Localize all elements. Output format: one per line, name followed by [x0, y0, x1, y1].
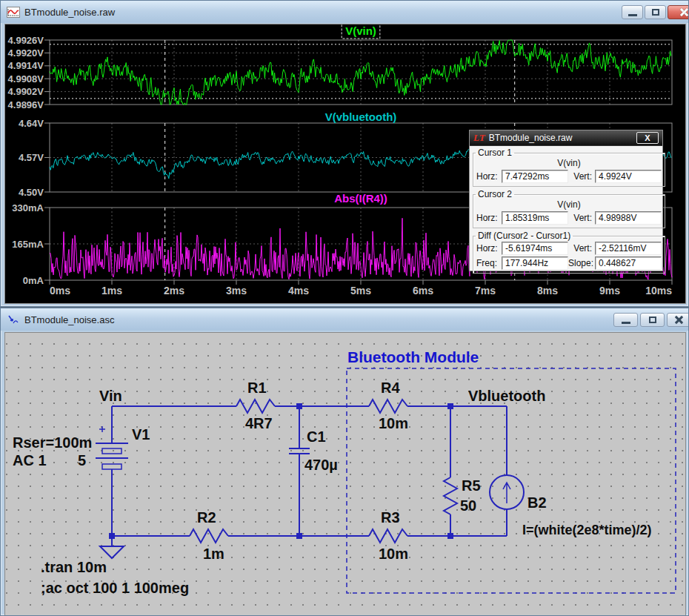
- r3-value-label[interactable]: 10m: [379, 546, 408, 562]
- diff-horz-label: Horz:: [476, 243, 502, 254]
- ground-symbol[interactable]: [100, 546, 124, 558]
- component-r3[interactable]: [369, 529, 407, 543]
- restore-button[interactable]: [640, 313, 665, 327]
- y-axis-tick-label: 4.9926V: [8, 35, 44, 46]
- cursor1-legend: Cursor 1: [476, 148, 514, 158]
- v1-ac-label[interactable]: AC 1: [13, 452, 47, 468]
- close-button[interactable]: [668, 5, 689, 19]
- r1-value-label[interactable]: 4R7: [245, 415, 273, 431]
- waveform-titlebar[interactable]: BTmodule_noise.raw: [1, 1, 688, 23]
- trace-V(vin)[interactable]: [50, 40, 671, 105]
- x-axis-tick-label: 2ms: [164, 285, 184, 297]
- circuit-wires: [112, 406, 507, 546]
- cursor1-vert-label: Vert:: [568, 171, 595, 182]
- cursor2-legend: Cursor 2: [476, 189, 514, 199]
- schematic-window-title: BTmodule_noise.asc: [24, 314, 114, 325]
- y-axis-tick-label: 4.9920V: [8, 47, 44, 59]
- r2-value-label[interactable]: 1m: [203, 546, 224, 562]
- b2-name-label[interactable]: B2: [527, 494, 547, 511]
- cursor1-trace: V(vin): [476, 158, 662, 169]
- cursor2-vert-field[interactable]: 4.98988V: [595, 211, 662, 225]
- c1-value-label[interactable]: 470µ: [304, 457, 338, 473]
- schematic-window: BTmodule_noise.asc: [0, 308, 689, 616]
- r4-value-label[interactable]: 10m: [379, 415, 408, 431]
- x-axis-tick-label: 7ms: [475, 285, 496, 297]
- r3-name-label[interactable]: R3: [381, 509, 400, 526]
- cursor1-vert-field[interactable]: 4.9924V: [595, 170, 662, 183]
- pane-title[interactable]: V(vin): [345, 24, 376, 37]
- diff-vert-label: Vert:: [568, 243, 595, 254]
- waveform-window: BTmodule_noise.raw 4.9926V4.9920V4.9914V…: [0, 0, 689, 307]
- minimize-button[interactable]: [622, 5, 643, 19]
- x-axis: 0ms1ms2ms3ms4ms5ms6ms7ms8ms9ms10ms: [50, 280, 672, 297]
- v1-name-label[interactable]: V1: [132, 426, 150, 443]
- cursor2-horz-label: Horz:: [476, 213, 502, 223]
- node-label-vbluetooth[interactable]: Vbluetooth: [468, 388, 545, 404]
- minimize-button[interactable]: [613, 313, 638, 327]
- component-c1[interactable]: [289, 448, 310, 454]
- y-axis-tick-label: 4.9908V: [8, 73, 44, 85]
- directive-ac[interactable]: ;ac oct 100 1 100meg: [41, 580, 189, 596]
- waveform-icon: [7, 7, 20, 18]
- diff-vert-field[interactable]: -2.52116mV: [595, 242, 662, 255]
- x-axis-tick-label: 4ms: [288, 285, 309, 297]
- cursor1-horz-field[interactable]: 7.47292ms: [502, 170, 568, 183]
- y-axis-tick-label: 4.9902V: [8, 86, 44, 97]
- cursor2-horz-field[interactable]: 1.85319ms: [502, 211, 568, 225]
- component-r5[interactable]: [444, 477, 457, 514]
- x-axis-tick-label: 10ms: [645, 285, 672, 297]
- y-axis-tick-label: 4.64V: [19, 118, 44, 129]
- x-axis-tick-label: 5ms: [350, 285, 371, 297]
- restore-button[interactable]: [645, 5, 666, 19]
- lt-logo-icon: LT: [473, 132, 485, 144]
- cursor-dialog-titlebar[interactable]: LT BTmodule_noise.raw X: [470, 130, 662, 146]
- schematic-icon: [7, 314, 20, 325]
- pane-title[interactable]: V(vbluetooth): [325, 110, 397, 123]
- schematic-titlebar[interactable]: BTmodule_noise.asc: [1, 308, 688, 331]
- r2-name-label[interactable]: R2: [197, 509, 216, 526]
- cursor1-horz-label: Horz:: [476, 171, 502, 182]
- bluetooth-module-title[interactable]: Bluetooth Module: [347, 348, 479, 365]
- diff-slope-label: Slope:: [568, 258, 595, 268]
- cursor-dialog: LT BTmodule_noise.raw X Cursor 1 V(vin) …: [469, 130, 663, 271]
- v1-value-label[interactable]: 5: [78, 452, 86, 468]
- diff-freq-field[interactable]: 177.944Hz: [502, 256, 568, 270]
- v1-rser-label[interactable]: Rser=100m: [13, 434, 92, 451]
- x-axis-tick-label: 1ms: [101, 285, 122, 297]
- r4-name-label[interactable]: R4: [381, 380, 400, 396]
- r5-name-label[interactable]: R5: [462, 477, 481, 494]
- close-button[interactable]: [667, 313, 689, 327]
- directive-tran[interactable]: .tran 10m: [41, 559, 107, 575]
- b2-function-label[interactable]: I=(white(2e8*time)/2): [522, 523, 652, 537]
- r1-name-label[interactable]: R1: [247, 380, 267, 396]
- y-axis-tick-label: 4.57V: [19, 152, 44, 163]
- y-axis-tick-label: 4.9914V: [8, 60, 44, 71]
- r5-value-label[interactable]: 50: [460, 497, 476, 514]
- x-axis-tick-label: 3ms: [226, 285, 247, 297]
- component-r4[interactable]: [369, 400, 407, 413]
- component-r1[interactable]: [236, 400, 275, 413]
- diff-horz-field[interactable]: -5.61974ms: [502, 242, 568, 255]
- node-label-vin[interactable]: Vin: [99, 388, 122, 404]
- y-axis-tick-label: 165mA: [12, 239, 44, 250]
- y-axis-tick-label: 4.9896V: [8, 99, 44, 110]
- pane-title[interactable]: Abs(I(R4)): [334, 192, 387, 205]
- cursor-dialog-close-button[interactable]: X: [636, 132, 659, 144]
- diff-legend: Diff (Cursor2 - Cursor1): [476, 231, 573, 241]
- cursor2-vert-label: Vert:: [568, 213, 595, 223]
- cursor-dialog-title: BTmodule_noise.raw: [489, 133, 573, 143]
- x-axis-tick-label: 9ms: [599, 285, 620, 297]
- x-axis-tick-label: 6ms: [413, 285, 433, 297]
- cursor2-group: Cursor 2 V(vin) Horz: 1.85319ms Vert: 4.…: [473, 189, 665, 228]
- cursor1-group: Cursor 1 V(vin) Horz: 7.47292ms Vert: 4.…: [473, 148, 665, 187]
- y-axis-tick-label: 4.50V: [19, 187, 44, 198]
- diff-slope-field[interactable]: 0.448627: [595, 256, 662, 270]
- waveform-window-title: BTmodule_noise.raw: [24, 7, 115, 18]
- schematic-canvas[interactable]: Vin V1 Rser=100m AC 1 5 R1 4R7 C1 470µ R…: [4, 332, 686, 616]
- x-axis-tick-label: 8ms: [537, 285, 558, 297]
- c1-name-label[interactable]: C1: [307, 428, 326, 445]
- component-r2[interactable]: [190, 529, 228, 543]
- plot-client-area: 4.9926V4.9920V4.9914V4.9908V4.9902V4.989…: [4, 24, 686, 304]
- component-b2[interactable]: [490, 475, 524, 509]
- cursor2-trace: V(vin): [476, 199, 662, 211]
